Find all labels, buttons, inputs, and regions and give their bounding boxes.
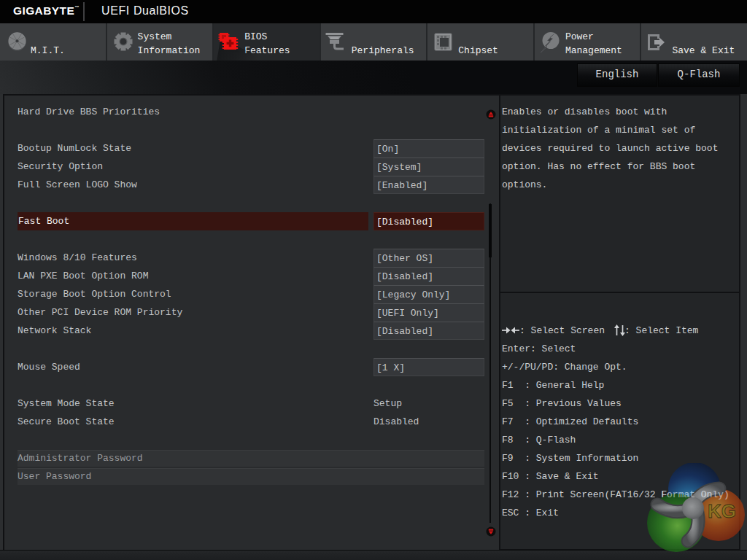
svg-text:KG: KG bbox=[708, 500, 736, 522]
